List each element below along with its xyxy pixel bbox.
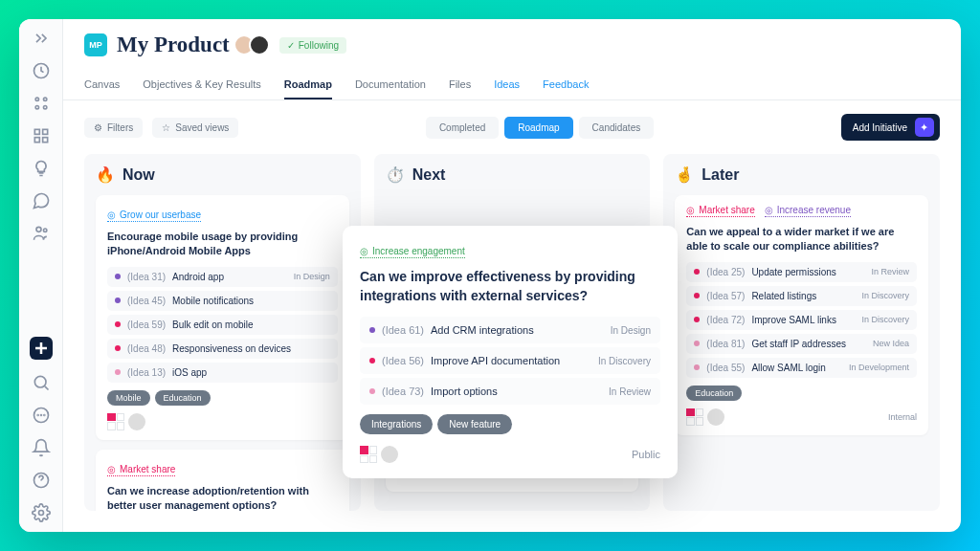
member-avatars[interactable] xyxy=(239,34,270,55)
fingers-crossed-icon: 🤞 xyxy=(675,165,694,184)
idea-row[interactable]: (Idea 57)Related listingsIn Discovery xyxy=(686,286,917,306)
avatar xyxy=(249,34,270,55)
idea-row[interactable]: (Idea 13)iOS app xyxy=(107,363,338,383)
collapse-icon[interactable] xyxy=(32,29,51,48)
priority-matrix-icon[interactable] xyxy=(686,408,703,426)
initiative-card[interactable]: ◎Market share Can we increase adoption/r… xyxy=(96,450,349,511)
assignee-avatar[interactable] xyxy=(381,446,398,463)
idea-row[interactable]: (Idea 81)Get staff IP addressesNew Idea xyxy=(686,334,917,354)
toolbar: ⚙ Filters ☆ Saved views Completed Roadma… xyxy=(63,100,961,154)
target-icon: ◎ xyxy=(107,464,116,474)
search-icon[interactable] xyxy=(32,373,51,392)
following-badge[interactable]: ✓ Following xyxy=(279,37,346,54)
tab-canvas[interactable]: Canvas xyxy=(84,71,120,99)
fire-icon: 🔥 xyxy=(96,165,115,184)
lightbulb-icon[interactable] xyxy=(32,159,51,178)
seg-completed[interactable]: Completed xyxy=(426,117,499,139)
idea-row[interactable]: (Idea 25)Update permissionsIn Review xyxy=(686,262,917,282)
product-title: My Product xyxy=(117,33,230,57)
svg-point-3 xyxy=(35,106,38,109)
chat-icon[interactable] xyxy=(32,406,51,425)
grid-icon[interactable] xyxy=(32,94,51,113)
idea-row[interactable]: (Idea 45)Mobile notifications xyxy=(107,291,338,311)
filters-button[interactable]: ⚙ Filters xyxy=(84,118,143,138)
product-logo: MP xyxy=(84,33,107,56)
tag[interactable]: Integrations xyxy=(360,414,433,434)
svg-point-2 xyxy=(43,98,46,100)
header: MP My Product ✓ Following Canvas Objecti… xyxy=(63,19,961,100)
visibility-label: Internal xyxy=(888,412,917,422)
svg-point-13 xyxy=(37,415,38,416)
column-title: Later xyxy=(702,166,739,184)
add-initiative-button[interactable]: Add Initiative ✦ xyxy=(841,114,940,141)
add-icon[interactable] xyxy=(30,337,53,360)
svg-point-14 xyxy=(40,415,41,416)
target-icon: ◎ xyxy=(360,246,368,256)
star-icon: ☆ xyxy=(162,122,170,133)
svg-rect-7 xyxy=(34,138,39,143)
tab-roadmap[interactable]: Roadmap xyxy=(284,71,332,99)
svg-point-11 xyxy=(34,376,46,387)
svg-point-10 xyxy=(43,229,46,231)
objective-link[interactable]: ◎Grow our userbase xyxy=(107,209,201,222)
target-icon: ◎ xyxy=(765,205,773,215)
tag[interactable]: New feature xyxy=(437,414,512,434)
card-title: Can we increase adoption/retention with … xyxy=(107,484,338,511)
apps-icon[interactable] xyxy=(32,126,51,145)
settings-icon[interactable] xyxy=(32,503,51,522)
idea-row[interactable]: (Idea 59)Bulk edit on mobile xyxy=(107,315,338,335)
idea-row[interactable]: (Idea 72)Improve SAML linksIn Discovery xyxy=(686,310,917,330)
tab-ideas[interactable]: Ideas xyxy=(494,71,520,99)
seg-candidates[interactable]: Candidates xyxy=(579,117,655,139)
view-segment: Completed Roadmap Candidates xyxy=(426,117,654,139)
clock-icon: ⏱️ xyxy=(386,165,405,184)
feedback-icon[interactable] xyxy=(32,191,51,210)
column-now: 🔥 Now ◎Grow our userbase Encourage mobil… xyxy=(84,154,361,511)
idea-row[interactable]: (Idea 48)Responsiveness on devices xyxy=(107,339,338,359)
idea-row[interactable]: (Idea 73)Import optionsIn Review xyxy=(360,378,660,405)
svg-rect-8 xyxy=(42,138,47,143)
seg-roadmap[interactable]: Roadmap xyxy=(504,117,572,139)
idea-row[interactable]: (Idea 55)Allow SAML loginIn Development xyxy=(686,358,917,378)
app-window: MP My Product ✓ Following Canvas Objecti… xyxy=(19,19,961,532)
modal-title: Can we improve effectiveness by providin… xyxy=(360,268,660,305)
dashboard-icon[interactable] xyxy=(32,61,51,80)
svg-rect-6 xyxy=(42,129,47,134)
svg-rect-5 xyxy=(34,129,39,134)
svg-point-1 xyxy=(35,98,38,100)
saved-views-button[interactable]: ☆ Saved views xyxy=(152,118,238,138)
objective-link[interactable]: ◎Market share xyxy=(107,464,175,476)
team-icon[interactable] xyxy=(32,224,51,243)
card-title: Can we appeal to a wider market if we ar… xyxy=(686,225,917,254)
idea-row[interactable]: (Idea 61)Add CRM integrationsIn Design xyxy=(360,317,660,343)
column-title: Now xyxy=(122,166,155,184)
initiative-card[interactable]: ◎Market share ◎Increase revenue Can we a… xyxy=(675,195,928,435)
sidebar xyxy=(19,19,63,532)
initiative-card[interactable]: ◎Grow our userbase Encourage mobile usag… xyxy=(96,195,349,440)
sparkle-icon: ✦ xyxy=(915,118,934,137)
initiative-modal: ◎Increase engagement Can we improve effe… xyxy=(343,226,678,478)
objective-link[interactable]: ◎Increase engagement xyxy=(360,246,465,258)
visibility-label: Public xyxy=(632,449,660,460)
tab-documentation[interactable]: Documentation xyxy=(355,71,426,99)
tag[interactable]: Mobile xyxy=(107,390,150,406)
tag[interactable]: Education xyxy=(155,390,211,406)
objective-link[interactable]: ◎Market share xyxy=(686,205,754,217)
tab-feedback[interactable]: Feedback xyxy=(543,71,589,99)
assignee-avatar[interactable] xyxy=(707,408,724,426)
objective-link[interactable]: ◎Increase revenue xyxy=(765,205,851,217)
tag[interactable]: Education xyxy=(686,386,742,401)
assignee-avatar[interactable] xyxy=(128,413,145,430)
tab-okr[interactable]: Objectives & Key Results xyxy=(143,71,261,99)
tab-files[interactable]: Files xyxy=(449,71,471,99)
help-icon[interactable] xyxy=(32,471,51,490)
svg-point-4 xyxy=(43,106,46,109)
priority-matrix-icon[interactable] xyxy=(107,413,124,430)
filter-icon: ⚙ xyxy=(94,122,102,133)
svg-point-15 xyxy=(43,415,44,416)
priority-matrix-icon[interactable] xyxy=(360,446,377,463)
notifications-icon[interactable] xyxy=(32,438,51,457)
idea-row[interactable]: (Idea 31)Android appIn Design xyxy=(107,267,338,287)
idea-row[interactable]: (Idea 56)Improve API documentationIn Dis… xyxy=(360,347,660,374)
card-title: Encourage mobile usage by providing iPho… xyxy=(107,230,338,259)
